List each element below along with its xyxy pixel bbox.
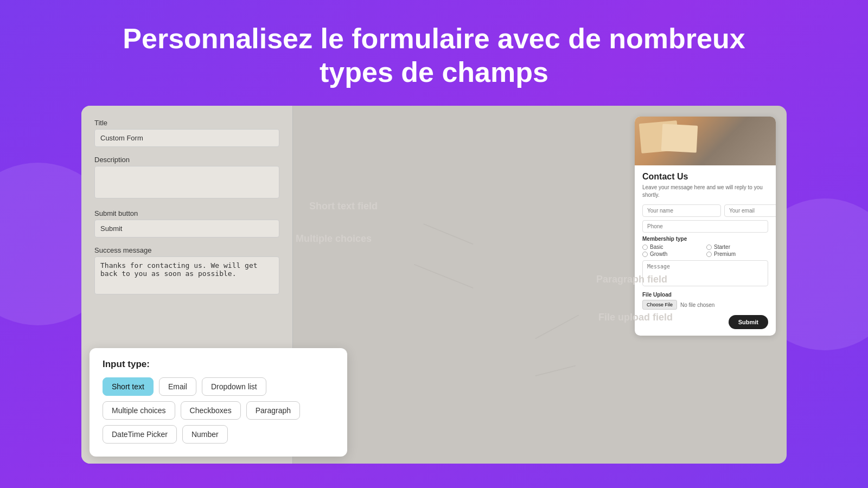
description-group: Description — [94, 156, 279, 201]
membership-options: Basic Starter Growth Premium — [642, 244, 768, 257]
annotation-file-upload: File upload field — [598, 312, 673, 323]
contact-form-body: Contact Us Leave your message here and w… — [635, 165, 776, 336]
btn-multiple-choices[interactable]: Multiple choices — [103, 401, 175, 420]
file-upload-label: File Upload — [642, 292, 768, 298]
input-type-buttons: Short text Email Dropdown list Multiple … — [103, 377, 334, 444]
phone-input[interactable] — [642, 220, 768, 233]
submit-button-group: Submit button — [94, 209, 279, 237]
page-title: Personnalisez le formulaire avec de nomb… — [11, 22, 857, 89]
contact-form-title: Contact Us — [642, 172, 768, 182]
title-label: Title — [94, 119, 279, 127]
btn-short-text[interactable]: Short text — [103, 377, 154, 396]
annotation-paragraph: Paragraph field — [596, 274, 667, 285]
submit-button-input[interactable] — [94, 220, 279, 237]
membership-growth: Growth — [642, 251, 704, 257]
no-file-text: No file chosen — [680, 302, 714, 308]
btn-number[interactable]: Number — [182, 425, 228, 444]
radio-growth[interactable] — [642, 252, 648, 257]
membership-label: Membership type — [642, 236, 768, 242]
btn-datetime-picker[interactable]: DateTime Picker — [103, 425, 177, 444]
file-upload-row: Choose File No file chosen — [642, 300, 768, 310]
annotation-multiple-choices: Multiple choices — [296, 233, 372, 245]
choose-file-button[interactable]: Choose File — [642, 300, 677, 310]
btn-email[interactable]: Email — [159, 377, 196, 396]
name-input[interactable] — [642, 204, 721, 217]
description-label: Description — [94, 156, 279, 164]
radio-basic[interactable] — [642, 245, 648, 250]
annotation-short-text: Short text field — [309, 201, 378, 212]
success-message-label: Success message — [94, 246, 279, 254]
page-header: Personnalisez le formulaire avec de nomb… — [0, 0, 868, 100]
btn-paragraph[interactable]: Paragraph — [246, 401, 300, 420]
contact-form-image — [635, 117, 776, 165]
radio-starter[interactable] — [706, 245, 712, 250]
input-type-title: Input type: — [103, 359, 334, 370]
svg-line-2 — [535, 315, 579, 339]
title-input[interactable] — [94, 129, 279, 147]
email-input[interactable] — [724, 204, 776, 217]
contact-form-subtitle: Leave your message here and we will repl… — [642, 184, 768, 199]
btn-checkboxes[interactable]: Checkboxes — [181, 401, 241, 420]
membership-basic: Basic — [642, 244, 704, 250]
svg-line-0 — [424, 224, 474, 244]
radio-premium[interactable] — [706, 252, 712, 257]
btn-dropdown-list[interactable]: Dropdown list — [202, 377, 266, 396]
title-group: Title — [94, 119, 279, 147]
description-textarea[interactable] — [94, 166, 279, 198]
success-message-group: Success message Thanks for contacting us… — [94, 246, 279, 297]
contact-form-card: Contact Us Leave your message here and w… — [635, 117, 776, 336]
input-type-box: Input type: Short text Email Dropdown li… — [90, 348, 347, 457]
membership-premium: Premium — [706, 251, 768, 257]
submit-button[interactable]: Submit — [729, 315, 768, 329]
submit-button-label: Submit button — [94, 209, 279, 217]
svg-line-3 — [535, 365, 576, 376]
success-message-textarea[interactable]: Thanks for contacting us. We will get ba… — [94, 256, 279, 294]
svg-line-1 — [414, 265, 473, 288]
membership-starter: Starter — [706, 244, 768, 250]
name-email-row — [642, 204, 768, 217]
